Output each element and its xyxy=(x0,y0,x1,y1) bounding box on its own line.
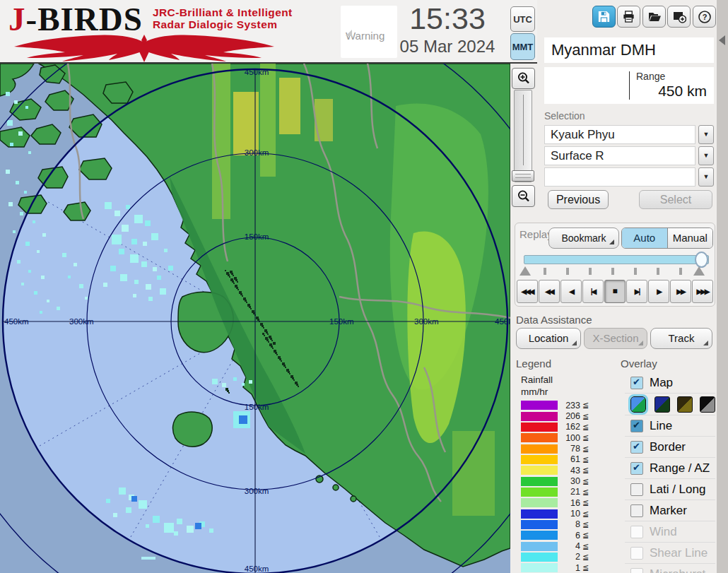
map-style-blue-green[interactable] xyxy=(630,396,646,413)
legend-value: 2 xyxy=(558,552,580,562)
ring-label: 450km xyxy=(245,565,269,573)
map-style-navy-darkgreen[interactable] xyxy=(654,396,670,413)
overlay-item-label: Border xyxy=(650,440,686,454)
auto-mode-button[interactable]: Auto xyxy=(622,228,668,248)
zoom-slider[interactable] xyxy=(514,90,532,182)
overlay-item-label: Shear Line xyxy=(650,546,708,560)
overlay-item-label: Microburst xyxy=(650,567,705,573)
data-assistance-label: Data Assistance xyxy=(516,314,592,326)
station-title: Myanmar DMH xyxy=(544,37,714,63)
print-button[interactable] xyxy=(617,6,640,28)
overlay-item-map[interactable]: ✔ Map xyxy=(625,372,715,393)
overlay-item-lati-long[interactable]: Lati / Long xyxy=(625,478,715,500)
rewind-button[interactable]: ◀◀ xyxy=(539,280,560,303)
previous-button[interactable]: Previous xyxy=(548,190,609,209)
ring-label: 450km xyxy=(4,317,29,326)
collapse-arrow-icon[interactable] xyxy=(719,35,725,45)
timezone-mmt-button[interactable]: MMT xyxy=(510,33,535,60)
zoom-slider-handle[interactable] xyxy=(512,170,534,182)
radar-map[interactable]: 450km 300km 150km 150km 300km 450km 450k… xyxy=(0,64,510,573)
option-dropdown-arrow-icon[interactable]: ▼ xyxy=(698,167,714,187)
rewind-fast-button[interactable]: ◀◀◀ xyxy=(517,280,538,303)
location-button[interactable]: Location xyxy=(516,328,581,349)
forward-fast-button[interactable]: ▶▶▶ xyxy=(692,280,713,303)
step-back-button[interactable]: |◀ xyxy=(582,280,604,303)
capture-add-button[interactable] xyxy=(667,6,691,28)
panel-collapse-strip[interactable] xyxy=(717,0,728,573)
map-checkbox[interactable]: ✔ xyxy=(630,377,643,389)
replay-timeline-track[interactable] xyxy=(524,255,709,264)
timeline-tick xyxy=(566,268,569,275)
overlay-item-border[interactable]: ✔ Border xyxy=(625,436,715,457)
legend-unit: mm/hr xyxy=(521,386,548,397)
select-button[interactable]: Select xyxy=(639,190,712,209)
product-dropdown[interactable]: Surface R xyxy=(544,146,695,165)
line-checkbox[interactable]: ✔ xyxy=(630,420,643,432)
stop-button[interactable]: ■ xyxy=(604,280,626,303)
legend-value: 61 xyxy=(558,454,580,464)
bookmark-button[interactable]: Bookmark xyxy=(548,228,619,249)
overlay-item-microburst: Microburst xyxy=(625,563,715,573)
product-dropdown-arrow-icon[interactable]: ▼ xyxy=(698,146,714,165)
map-style-brown-olive[interactable] xyxy=(677,396,693,413)
overlay-item-marker[interactable]: Marker xyxy=(625,500,715,521)
overlay-item-range-az[interactable]: ✔ Range / AZ xyxy=(625,457,715,478)
open-folder-button[interactable] xyxy=(642,6,666,28)
lati-long-checkbox[interactable] xyxy=(630,483,643,496)
timezone-utc-button[interactable]: UTC xyxy=(510,6,535,32)
zoom-in-button[interactable] xyxy=(512,68,535,89)
overlay-item-label: Line xyxy=(650,419,672,433)
range-value: 450 km xyxy=(658,83,707,100)
step-forward-button[interactable]: ▶| xyxy=(626,280,647,303)
overlay-item-line[interactable]: ✔ Line xyxy=(625,415,715,436)
shear-line-checkbox xyxy=(630,547,643,560)
svg-text:?: ? xyxy=(702,13,707,21)
legend-comparator: ≦ xyxy=(582,563,589,572)
legend-row: 16≦ xyxy=(521,497,594,508)
legend-color-swatch xyxy=(521,444,558,454)
zoom-out-button[interactable] xyxy=(512,185,535,207)
legend-comparator: ≦ xyxy=(582,509,589,519)
magnifier-minus-icon xyxy=(517,189,531,203)
overlay-item-label: Wind xyxy=(650,525,677,539)
legend-row: 4≦ xyxy=(521,540,594,551)
border-checkbox[interactable]: ✔ xyxy=(630,441,643,454)
forward-button[interactable]: ▶▶ xyxy=(670,280,691,303)
save-button[interactable] xyxy=(592,6,616,28)
ring-label: 300km xyxy=(414,317,439,326)
overlay-label: Overlay xyxy=(621,358,657,370)
app-logo-subtitle: JRC-Brilliant & Intelligent Radar Dialog… xyxy=(153,6,293,30)
play-reverse-button[interactable]: ◀ xyxy=(560,280,582,303)
clock-time: 15:33 xyxy=(394,1,500,36)
radar-map-canvas: 450km 300km 150km 150km 300km 450km 450k… xyxy=(0,64,510,573)
divider xyxy=(629,71,630,100)
microburst-checkbox xyxy=(630,568,643,573)
play-button[interactable]: ▶ xyxy=(648,280,669,303)
legend-color-swatch xyxy=(521,563,558,572)
site-dropdown-arrow-icon[interactable]: ▼ xyxy=(698,125,714,144)
legend-comparator: ≦ xyxy=(582,542,589,551)
legend-comparator: ≦ xyxy=(582,553,589,562)
xsection-button[interactable]: X-Section xyxy=(584,328,647,349)
legend-value: 1 xyxy=(558,563,580,573)
legend-color-swatch xyxy=(521,477,558,486)
timeline-tick xyxy=(657,268,659,275)
range-az-checkbox[interactable]: ✔ xyxy=(630,462,643,475)
track-button[interactable]: Track xyxy=(650,328,712,349)
replay-timeline-handle[interactable] xyxy=(695,252,708,268)
replay-label: Replay xyxy=(519,228,553,240)
timeline-tick xyxy=(544,268,546,275)
option-dropdown[interactable] xyxy=(544,167,695,187)
overlay-item-label: Lati / Long xyxy=(650,483,705,497)
help-button[interactable]: ? xyxy=(693,6,716,28)
map-style-black-gray[interactable] xyxy=(700,396,715,413)
legend-value: 30 xyxy=(558,476,580,486)
site-dropdown[interactable]: Kyauk Phyu xyxy=(544,125,695,144)
marker-checkbox[interactable] xyxy=(630,504,643,517)
legend-row: 30≦ xyxy=(521,475,594,486)
manual-mode-button[interactable]: Manual xyxy=(668,228,713,248)
legend-comparator: ≦ xyxy=(582,401,589,410)
timeline-end-marker[interactable] xyxy=(693,266,705,276)
timeline-start-marker[interactable] xyxy=(519,266,531,276)
magnifier-plus-icon xyxy=(517,71,531,85)
